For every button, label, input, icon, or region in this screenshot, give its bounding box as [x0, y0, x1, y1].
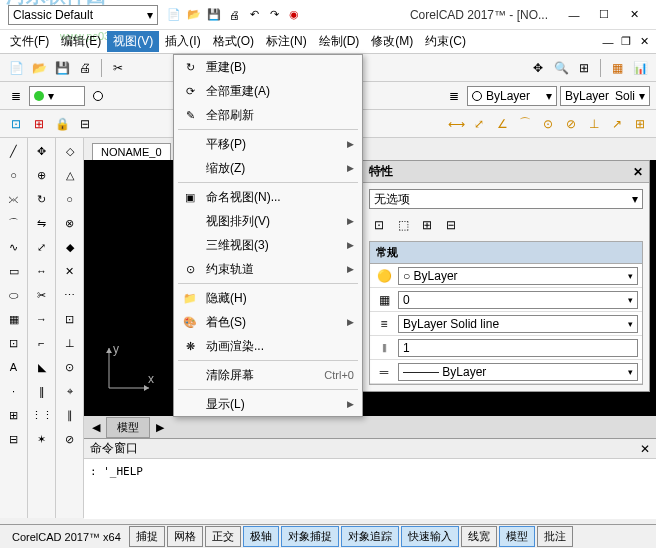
trim-tool[interactable]: ✂ [33, 286, 51, 304]
selection-dropdown[interactable]: 无选项 ▾ [369, 189, 643, 209]
copy-tool[interactable]: ⊕ [33, 166, 51, 184]
block-tool[interactable]: ⊞ [5, 406, 23, 424]
new-icon[interactable]: 📄 [166, 7, 182, 23]
osnap-cen[interactable]: ○ [61, 190, 79, 208]
menu-rebuild[interactable]: ↻重建(B) [174, 55, 362, 79]
osnap-end[interactable]: ◇ [61, 142, 79, 160]
status-polar[interactable]: 极轴 [243, 526, 279, 547]
tab-scroll-right-icon[interactable]: ▶ [152, 419, 168, 435]
save-button[interactable]: 💾 [52, 58, 72, 78]
dim-tool-4[interactable]: ⊟ [75, 114, 95, 134]
menu-modify[interactable]: 修改(M) [365, 31, 419, 52]
status-dyn[interactable]: 快速输入 [401, 526, 459, 547]
arc-tool[interactable]: ⌒ [5, 214, 23, 232]
menu-display[interactable]: 显示(L)▶ [174, 392, 362, 416]
dim-continue[interactable]: ⊞ [630, 114, 650, 134]
dim-aligned[interactable]: ⤢ [469, 114, 489, 134]
prop-tool-1[interactable]: ⊡ [369, 215, 389, 235]
zoom-button[interactable]: 🔍 [551, 58, 571, 78]
layer-state[interactable]: ▾ [29, 86, 85, 106]
document-tab[interactable]: NONAME_0 [92, 143, 171, 160]
workspace-selector[interactable]: Classic Default ▾ [8, 5, 158, 25]
prop-tool-2[interactable]: ⬚ [393, 215, 413, 235]
save-icon[interactable]: 💾 [206, 7, 222, 23]
osnap-ins[interactable]: ⊡ [61, 310, 79, 328]
tab-scroll-left-icon[interactable]: ◀ [88, 419, 104, 435]
new-button[interactable]: 📄 [6, 58, 26, 78]
layer-tool-button[interactable]: ≣ [444, 86, 464, 106]
props-button[interactable]: ▦ [607, 58, 627, 78]
menu-file[interactable]: 文件(F) [4, 31, 55, 52]
osnap-perp[interactable]: ⊥ [61, 334, 79, 352]
section-header[interactable]: 常规 [370, 242, 642, 264]
linetype-selector[interactable]: ByLayerSoli▾ [560, 86, 650, 106]
open-icon[interactable]: 📂 [186, 7, 202, 23]
osnap-none[interactable]: ⊘ [61, 430, 79, 448]
dim-linear[interactable]: ⟷ [446, 114, 466, 134]
dim-radius[interactable]: ⊙ [538, 114, 558, 134]
spline-tool[interactable]: ∿ [5, 238, 23, 256]
menu-refresh-all[interactable]: ✎全部刷新 [174, 103, 362, 127]
open-button[interactable]: 📂 [29, 58, 49, 78]
menu-draw[interactable]: 绘制(D) [313, 31, 366, 52]
hatch-tool[interactable]: ▦ [5, 310, 23, 328]
ellipse-tool[interactable]: ⬭ [5, 286, 23, 304]
table-tool[interactable]: ⊟ [5, 430, 23, 448]
color-value[interactable]: ○ ByLayer▾ [398, 267, 638, 285]
region-tool[interactable]: ⊡ [5, 334, 23, 352]
point-tool[interactable]: · [5, 382, 23, 400]
command-input[interactable]: : '_HELP [84, 459, 656, 519]
osnap-int[interactable]: ✕ [61, 262, 79, 280]
line-tool[interactable]: ╱ [5, 142, 23, 160]
doc-close-icon[interactable]: ✕ [636, 34, 652, 50]
menu-shade[interactable]: 🎨着色(S)▶ [174, 310, 362, 334]
menu-hide[interactable]: 📁隐藏(H) [174, 286, 362, 310]
explode-tool[interactable]: ✶ [33, 430, 51, 448]
text-tool[interactable]: A [5, 358, 23, 376]
layer-mgr-button[interactable]: ≣ [6, 86, 26, 106]
status-model[interactable]: 模型 [499, 526, 535, 547]
osnap-node[interactable]: ⊗ [61, 214, 79, 232]
dim-angular[interactable]: ∠ [492, 114, 512, 134]
status-annot[interactable]: 批注 [537, 526, 573, 547]
redo-icon[interactable]: ↷ [266, 7, 282, 23]
menu-insert[interactable]: 插入(I) [159, 31, 206, 52]
extend-tool[interactable]: → [33, 310, 51, 328]
dim-arc[interactable]: ⌒ [515, 114, 535, 134]
osnap-quad[interactable]: ◆ [61, 238, 79, 256]
circle-tool[interactable]: ○ [5, 166, 23, 184]
status-ortho[interactable]: 正交 [205, 526, 241, 547]
scale-tool[interactable]: ⤢ [33, 238, 51, 256]
menu-edit[interactable]: 编辑(E) [55, 31, 107, 52]
minimize-button[interactable]: — [560, 5, 588, 25]
menu-view-arrange[interactable]: 视图排列(V)▶ [174, 209, 362, 233]
polyline-tool[interactable]: ⩙ [5, 190, 23, 208]
menu-view[interactable]: 视图(V) [107, 31, 159, 52]
osnap-par[interactable]: ∥ [61, 406, 79, 424]
lineweight-value[interactable]: ——— ByLayer▾ [398, 363, 638, 381]
scale-value[interactable]: 1 [398, 339, 638, 357]
rotate-tool[interactable]: ↻ [33, 190, 51, 208]
doc-restore-icon[interactable]: ❐ [618, 34, 634, 50]
dim-tool-3[interactable]: 🔒 [52, 114, 72, 134]
undo-icon[interactable]: ↶ [246, 7, 262, 23]
color-selector[interactable]: ByLayer▾ [467, 86, 557, 106]
menu-pan[interactable]: 平移(P)▶ [174, 132, 362, 156]
maximize-button[interactable]: ☐ [590, 5, 618, 25]
menu-render[interactable]: ❋动画渲染... [174, 334, 362, 358]
move-tool[interactable]: ✥ [33, 142, 51, 160]
status-osnap[interactable]: 对象捕捉 [281, 526, 339, 547]
close-icon[interactable]: ✕ [633, 165, 643, 179]
print-button[interactable]: 🖨 [75, 58, 95, 78]
menu-rebuild-all[interactable]: ⟳全部重建(A) [174, 79, 362, 103]
cut-button[interactable]: ✂ [108, 58, 128, 78]
dim-leader[interactable]: ↗ [607, 114, 627, 134]
calc-button[interactable]: 📊 [630, 58, 650, 78]
status-grid[interactable]: 网格 [167, 526, 203, 547]
array-tool[interactable]: ⋮⋮ [33, 406, 51, 424]
dim-diameter[interactable]: ⊘ [561, 114, 581, 134]
status-snap[interactable]: 捕捉 [129, 526, 165, 547]
osnap-near[interactable]: ⌖ [61, 382, 79, 400]
fillet-tool[interactable]: ⌐ [33, 334, 51, 352]
osnap-tan[interactable]: ⊙ [61, 358, 79, 376]
